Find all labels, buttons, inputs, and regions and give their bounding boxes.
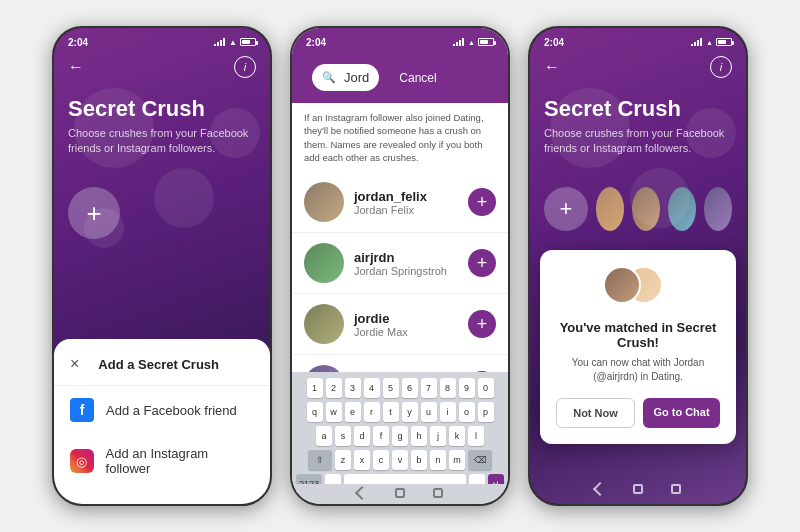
add-plus-icon-r0: +	[477, 193, 488, 211]
nav-home-2[interactable]	[395, 488, 405, 498]
crush-av-1	[596, 187, 624, 231]
result-name-0: Jordan Felix	[354, 204, 458, 216]
battery-icon-1	[240, 38, 256, 46]
key-u[interactable]: u	[421, 402, 437, 422]
nav-bar-2	[292, 484, 508, 502]
add-facebook-friend-item[interactable]: f Add a Facebook friend	[54, 386, 270, 434]
facebook-friend-label: Add a Facebook friend	[106, 403, 237, 418]
status-bar-1: 2:04 ▲	[54, 28, 270, 56]
status-time-1: 2:04	[68, 37, 88, 48]
result-info-2: jordie Jordie Max	[354, 311, 458, 338]
key-i[interactable]: i	[440, 402, 456, 422]
result-name-2: Jordie Max	[354, 326, 458, 338]
result-item-0[interactable]: jordan_felix Jordan Felix +	[292, 172, 508, 233]
phone3-header: ← i	[530, 56, 746, 86]
nav-back-2[interactable]	[355, 486, 369, 500]
nav-home-3[interactable]	[633, 484, 643, 494]
status-icons-2: ▲	[453, 38, 494, 46]
bottom-sheet-title: Add a Secret Crush	[98, 357, 219, 372]
back-button-3[interactable]: ←	[544, 58, 560, 76]
key-t[interactable]: t	[383, 402, 399, 422]
key-5[interactable]: 5	[383, 378, 399, 398]
add-result-button-0[interactable]: +	[468, 188, 496, 216]
key-shift[interactable]: ⇧	[308, 450, 332, 470]
status-bar-2: 2:04 ▲	[292, 28, 508, 56]
nav-recents-2[interactable]	[433, 488, 443, 498]
key-7[interactable]: 7	[421, 378, 437, 398]
result-item-2[interactable]: jordie Jordie Max +	[292, 294, 508, 355]
search-input[interactable]: Jord	[344, 70, 369, 85]
match-text: You can now chat with Jordan (@airjrdn) …	[556, 356, 720, 384]
info-button-3[interactable]: i	[710, 56, 732, 78]
key-9[interactable]: 9	[459, 378, 475, 398]
key-w[interactable]: w	[326, 402, 342, 422]
nav-recents-3[interactable]	[671, 484, 681, 494]
key-n[interactable]: n	[430, 450, 446, 470]
close-bottom-sheet-button[interactable]: ×	[70, 355, 79, 373]
key-o[interactable]: o	[459, 402, 475, 422]
key-6[interactable]: 6	[402, 378, 418, 398]
key-k[interactable]: k	[449, 426, 465, 446]
info-button-1[interactable]: i	[234, 56, 256, 78]
key-0[interactable]: 0	[478, 378, 494, 398]
result-username-1: airjrdn	[354, 250, 458, 265]
phone1-header: ← i	[54, 56, 270, 86]
add-result-button-2[interactable]: +	[468, 310, 496, 338]
key-h[interactable]: h	[411, 426, 427, 446]
key-e[interactable]: e	[345, 402, 361, 422]
result-name-1: Jordan Springstroh	[354, 265, 458, 277]
key-z[interactable]: z	[335, 450, 351, 470]
key-q[interactable]: q	[307, 402, 323, 422]
nav-bar-3	[530, 480, 746, 498]
status-icons-3: ▲	[691, 38, 732, 46]
add-instagram-follower-item[interactable]: ◎ Add an Instagram follower	[54, 434, 270, 488]
add-plus-icon-r2: +	[477, 315, 488, 333]
result-avatar-0	[304, 182, 344, 222]
key-2[interactable]: 2	[326, 378, 342, 398]
result-avatar-1	[304, 243, 344, 283]
cancel-search-button[interactable]: Cancel	[389, 65, 446, 91]
key-f[interactable]: f	[373, 426, 389, 446]
add-plus-icon-r1: +	[477, 254, 488, 272]
key-4[interactable]: 4	[364, 378, 380, 398]
back-button-1[interactable]: ←	[68, 58, 84, 76]
key-a[interactable]: a	[316, 426, 332, 446]
phone2: 2:04 ▲ 🔍 Jo	[290, 26, 510, 506]
key-1[interactable]: 1	[307, 378, 323, 398]
key-p[interactable]: p	[478, 402, 494, 422]
key-backspace[interactable]: ⌫	[468, 450, 492, 470]
result-item-1[interactable]: airjrdn Jordan Springstroh +	[292, 233, 508, 294]
add-crush-button-3[interactable]: +	[544, 187, 588, 231]
phone3-body: 2:04 ▲ ← i	[528, 26, 748, 506]
key-b[interactable]: b	[411, 450, 427, 470]
go-to-chat-button[interactable]: Go to Chat	[643, 398, 720, 428]
keyboard-row-a: a s d f g h j k l	[296, 426, 504, 446]
key-j[interactable]: j	[430, 426, 446, 446]
key-3[interactable]: 3	[345, 378, 361, 398]
match-avatars-row	[556, 266, 720, 308]
match-avatar-1	[603, 266, 641, 304]
key-d[interactable]: d	[354, 426, 370, 446]
status-icons-1: ▲	[214, 38, 256, 47]
add-crush-bottom-sheet: × Add a Secret Crush f Add a Facebook fr…	[54, 339, 270, 504]
status-time-2: 2:04	[306, 37, 326, 48]
search-icon: 🔍	[322, 71, 336, 84]
key-8[interactable]: 8	[440, 378, 456, 398]
phone1: 2:04 ▲ ← i	[52, 26, 272, 506]
key-x[interactable]: x	[354, 450, 370, 470]
result-info-1: airjrdn Jordan Springstroh	[354, 250, 458, 277]
nav-back-3[interactable]	[593, 482, 607, 496]
key-s[interactable]: s	[335, 426, 351, 446]
key-y[interactable]: y	[402, 402, 418, 422]
add-result-button-1[interactable]: +	[468, 249, 496, 277]
key-m[interactable]: m	[449, 450, 465, 470]
status-bar-3: 2:04 ▲	[530, 28, 746, 56]
search-bar[interactable]: 🔍 Jord	[312, 64, 379, 91]
key-g[interactable]: g	[392, 426, 408, 446]
key-r[interactable]: r	[364, 402, 380, 422]
key-v[interactable]: v	[392, 450, 408, 470]
key-l[interactable]: l	[468, 426, 484, 446]
phone3: 2:04 ▲ ← i	[528, 26, 748, 506]
not-now-button[interactable]: Not Now	[556, 398, 635, 428]
key-c[interactable]: c	[373, 450, 389, 470]
